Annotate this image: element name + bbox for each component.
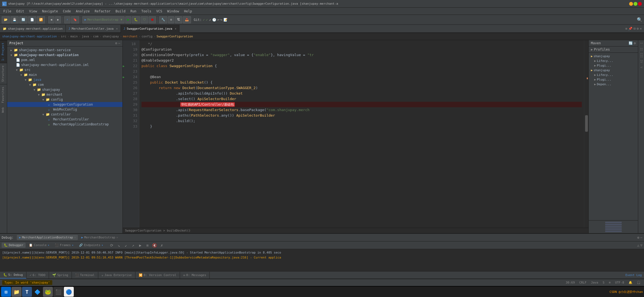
debug-nav-up[interactable]: △ bbox=[637, 243, 639, 247]
taskbar-text-editor[interactable]: T bbox=[22, 287, 32, 297]
tree-item-swagger-config[interactable]: ☕ SwaggerConfiguration bbox=[7, 102, 122, 107]
debug-eval-btn[interactable]: ≡ bbox=[144, 242, 151, 248]
ri-icon-2[interactable]: II bbox=[638, 46, 644, 52]
run-btn[interactable]: ▶ bbox=[125, 16, 132, 23]
tab-pin-icon[interactable]: 📌 bbox=[628, 27, 632, 31]
tab-collapse-icon[interactable]: ✕ bbox=[640, 27, 642, 31]
menu-run[interactable]: Run bbox=[128, 9, 139, 14]
search-icon[interactable]: 🔍 bbox=[637, 17, 642, 22]
vtab-web[interactable]: Web bbox=[0, 105, 7, 115]
tab-settings-icon[interactable]: ⚙ bbox=[637, 27, 639, 31]
status-headphone[interactable]: 🎧 bbox=[636, 281, 642, 284]
bottom-tab-messages[interactable]: ✉ 0: Messages bbox=[180, 272, 210, 279]
tree-item-java[interactable]: ▼ 📁 java bbox=[7, 77, 122, 82]
git-redo[interactable]: ↪ bbox=[220, 18, 222, 22]
maven-item-lifecycle2[interactable]: ▶ Lifecy... bbox=[590, 73, 637, 77]
taskbar-app-5[interactable]: 🐸 bbox=[43, 287, 53, 297]
debug-subtab-endpoints[interactable]: 🔗 Endpoints ▾ bbox=[77, 243, 105, 248]
menu-file[interactable]: File bbox=[1, 9, 13, 14]
maven-item-deps[interactable]: ▶ Depen... bbox=[590, 82, 637, 87]
debug-tab-close-2[interactable]: × bbox=[116, 236, 118, 239]
tree-item-shanjupay[interactable]: ▼ 📁 shanjupay bbox=[7, 87, 122, 92]
git-history[interactable]: 🕐 bbox=[212, 18, 216, 22]
open-file-btn[interactable]: 📄 bbox=[28, 16, 36, 23]
breadcrumb-item-9[interactable]: SwaggerConfiguration bbox=[157, 35, 193, 38]
vtab-structure[interactable]: Structure bbox=[0, 63, 7, 84]
debug-mute-btn[interactable]: 🔇 bbox=[152, 242, 158, 248]
git-checkmark[interactable]: ✓ bbox=[203, 18, 205, 22]
debug-nav-down[interactable]: ▽ bbox=[640, 243, 642, 247]
bookmark-btn[interactable]: 🔖 bbox=[71, 16, 79, 23]
bottom-tab-debug[interactable]: 🐛 5: Debug bbox=[0, 272, 26, 279]
tab-split-icon[interactable]: ⊟ bbox=[634, 27, 635, 31]
save-btn[interactable]: 💾 bbox=[10, 16, 19, 23]
breadcrumb-item-2[interactable]: src bbox=[61, 35, 66, 38]
tree-item-merchant-service[interactable]: ▶ 📁 shanjupay-merchant-service bbox=[7, 48, 122, 53]
breadcrumb-item-4[interactable]: java bbox=[82, 35, 89, 38]
debug-subtab-frames[interactable]: ⬛ Frames ▾ bbox=[53, 243, 76, 248]
breadcrumb-item-6[interactable]: shanjupay bbox=[103, 35, 119, 38]
debug-step-out-btn[interactable]: ↗ bbox=[130, 242, 136, 248]
tree-item-com[interactable]: ▼ 📁 com bbox=[7, 82, 122, 87]
menu-vcs[interactable]: VCS bbox=[154, 9, 165, 14]
bottom-tab-todo[interactable]: ✓ 6: TODO bbox=[26, 272, 49, 279]
gradle-btn[interactable]: 🔧 bbox=[159, 16, 167, 23]
stop-btn[interactable]: ⏹ bbox=[149, 16, 156, 23]
menu-refactor[interactable]: Refactor bbox=[92, 9, 113, 14]
debug-tab-merchant-bootstrap[interactable]: ▶ MerchantBootstrap × bbox=[79, 235, 120, 240]
maven-item-lifecycle[interactable]: ▶ Lifecy... bbox=[590, 59, 637, 63]
forward-btn[interactable]: ▶ bbox=[55, 16, 61, 23]
taskbar-files[interactable]: 📁 bbox=[12, 287, 21, 297]
status-indent[interactable]: ≡ bbox=[608, 281, 612, 284]
tree-item-bootstrap[interactable]: ☕ MerchantApplicationBootstrap bbox=[7, 122, 122, 127]
analyze-btn[interactable]: ⚡ bbox=[64, 16, 70, 23]
tree-item-webmvc[interactable]: ☕ WebMvcConfig bbox=[7, 107, 122, 112]
run-config-selector[interactable]: ▶ MerchantBootstrap ▼ bbox=[82, 16, 125, 23]
project-gear-icon[interactable]: ⚙ bbox=[115, 41, 117, 45]
project-collapse-icon[interactable]: — bbox=[118, 41, 120, 45]
debug-restart-btn[interactable]: ⟳ bbox=[109, 242, 115, 248]
debug-run-cursor-btn[interactable]: ▶ bbox=[137, 242, 143, 248]
breadcrumb-item-3[interactable]: main bbox=[70, 35, 78, 38]
ri-icon-5[interactable]: V bbox=[638, 64, 644, 70]
tree-item-config[interactable]: ▼ 📁 config bbox=[7, 97, 122, 102]
breadcrumb-item-1[interactable]: shanjupay-merchant-application bbox=[2, 35, 57, 38]
tree-item-src[interactable]: ▼ 📁 src bbox=[7, 67, 122, 72]
event-log-link[interactable]: Event Log bbox=[625, 273, 642, 277]
git-arrow[interactable]: ↗ bbox=[209, 18, 211, 22]
tab-merchant-controller[interactable]: J MerchantController.java × bbox=[66, 25, 121, 32]
tree-item-iml[interactable]: 📄 shanjupay-merchant-application.iml bbox=[7, 62, 122, 67]
debug-minimize-icon[interactable]: — bbox=[640, 236, 642, 240]
status-bell[interactable]: 🔔 bbox=[627, 281, 634, 284]
settings-btn[interactable]: ⚙ bbox=[168, 16, 174, 23]
maven-refresh-icon[interactable]: 🔄 bbox=[629, 41, 633, 45]
close-btn[interactable] bbox=[638, 2, 642, 6]
bottom-tab-terminal[interactable]: ⬛ Terminal bbox=[72, 272, 98, 279]
menu-edit[interactable]: Edit bbox=[14, 9, 26, 14]
debug-settings-icon[interactable]: ⚙ bbox=[637, 236, 639, 240]
debug-subtab-debugger[interactable]: 🐛 Debugger bbox=[2, 243, 26, 248]
coverage-btn[interactable]: 🛡 bbox=[141, 16, 148, 23]
menu-tools[interactable]: Tools bbox=[139, 9, 154, 14]
git-annotate[interactable]: 📝 bbox=[223, 18, 228, 22]
bottom-tab-spring[interactable]: 🌱 Spring bbox=[49, 272, 72, 279]
ri-icon-3[interactable]: III bbox=[638, 52, 644, 58]
bottom-tab-java-ent[interactable]: ☕ Java Enterprise bbox=[98, 272, 135, 279]
status-encoding-utf[interactable]: UTF-8 bbox=[614, 281, 625, 284]
vtab-favorites[interactable]: Favorites bbox=[0, 84, 7, 105]
tab-close-3[interactable]: × bbox=[175, 27, 176, 30]
taskbar-terminal[interactable]: ⬛ bbox=[53, 287, 63, 297]
debug-tab-close-1[interactable]: × bbox=[74, 236, 76, 239]
vtab-project[interactable]: 1: Project bbox=[0, 40, 7, 63]
maven-profiles-expand[interactable]: ▶ bbox=[591, 48, 593, 51]
tree-item-merchant-app[interactable]: ▼ 📁 shanjupay-merchant-application bbox=[7, 53, 122, 57]
tab-swagger-config[interactable]: J SwaggerConfiguration.java × bbox=[121, 25, 179, 33]
git-undo[interactable]: ↩ bbox=[217, 18, 219, 22]
taskbar-start[interactable]: ⊞ bbox=[1, 287, 11, 297]
tab-merchant-application[interactable]: 📁 shanjupay-merchant-application bbox=[0, 25, 66, 32]
maximize-btn[interactable] bbox=[634, 2, 637, 6]
file-type[interactable]: Java bbox=[590, 281, 599, 284]
refresh-btn[interactable]: 🔄 bbox=[19, 16, 28, 23]
menu-view[interactable]: View bbox=[27, 9, 39, 14]
maven-item-plugins2[interactable]: ▶ Plugi... bbox=[590, 77, 637, 82]
